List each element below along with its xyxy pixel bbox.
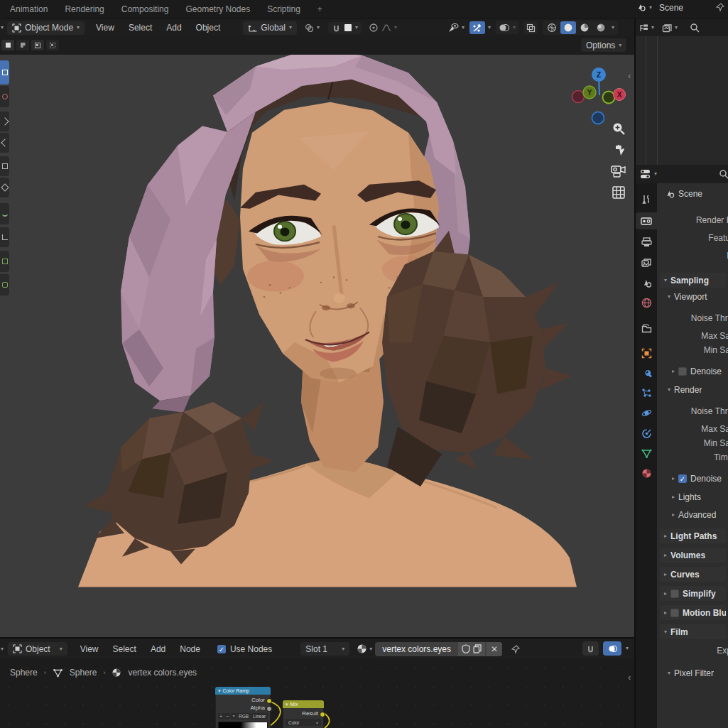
unlink-material-button[interactable]: ✕ bbox=[487, 642, 502, 656]
menu-view[interactable]: View bbox=[89, 23, 121, 33]
render-denoise-row[interactable]: ▸ ✓ Denoise bbox=[672, 474, 728, 484]
snap-toggle[interactable] bbox=[582, 641, 599, 656]
chevron-down-icon[interactable]: ▾ bbox=[675, 25, 678, 31]
pivot-point-dropdown[interactable]: ▾ bbox=[304, 23, 320, 33]
node-color-ramp[interactable]: ▾ Color Ramp Color Alpha + − ▾ RGB Linea… bbox=[215, 687, 271, 728]
tab-collection[interactable] bbox=[637, 320, 656, 337]
tab-scene[interactable] bbox=[637, 274, 656, 291]
options-dropdown[interactable]: Options ▾ bbox=[581, 38, 626, 52]
shading-material-button[interactable] bbox=[577, 21, 592, 34]
motion-blur-checkbox[interactable] bbox=[670, 609, 679, 617]
menu-add[interactable]: Add bbox=[159, 23, 188, 33]
menu-add[interactable]: Add bbox=[143, 644, 173, 654]
tab-tool[interactable] bbox=[637, 190, 656, 207]
workspace-tab-geometry-nodes[interactable]: Geometry Nodes bbox=[177, 1, 259, 17]
menu-select[interactable]: Select bbox=[121, 23, 159, 33]
proportional-editing-icon[interactable] bbox=[369, 23, 379, 33]
transform-orientation-dropdown[interactable]: Global ▾ bbox=[243, 21, 297, 35]
panel-sampling[interactable]: ▾ Sampling bbox=[660, 273, 726, 288]
chevron-down-icon[interactable]: ▾ bbox=[651, 25, 654, 31]
subpanel-render[interactable]: ▾ Render bbox=[668, 385, 702, 395]
magnet-icon[interactable] bbox=[332, 23, 341, 33]
node-mix[interactable]: ▾ Mix Result Color ▾ bbox=[283, 700, 324, 728]
workspace-tab-scripting[interactable]: Scripting bbox=[259, 1, 309, 17]
subpanel-pixel-filter[interactable]: ▾ Pixel Filter bbox=[668, 668, 714, 678]
scene-selector[interactable]: ▾ Scene bbox=[636, 2, 683, 13]
node-header[interactable]: ▾ Mix bbox=[283, 700, 324, 708]
select-mode-new-button[interactable] bbox=[1, 40, 14, 50]
menu-object[interactable]: Object bbox=[189, 23, 228, 33]
panel-curves[interactable]: ▸ Curves bbox=[660, 567, 726, 582]
material-name-field[interactable]: vertex colors.eyes bbox=[375, 644, 458, 654]
panel-motion-blur[interactable]: ▸ Motion Blur bbox=[660, 605, 726, 620]
output-socket-result[interactable] bbox=[320, 712, 325, 717]
node-canvas[interactable]: Sphere › Sphere › vertex colors.eyes ‹ ▾… bbox=[0, 659, 634, 728]
subpanel-lights[interactable]: ▸ Lights bbox=[672, 492, 701, 502]
mix-data-type-dropdown[interactable]: Color ▾ bbox=[286, 719, 321, 726]
shading-wireframe-button[interactable] bbox=[544, 21, 560, 34]
display-mode-icon[interactable] bbox=[639, 23, 649, 33]
tab-render[interactable] bbox=[636, 212, 657, 229]
add-workspace-button[interactable]: + bbox=[309, 1, 331, 17]
add-stop-button[interactable]: + bbox=[218, 713, 224, 719]
chevron-down-icon[interactable]: ▾ bbox=[626, 646, 629, 651]
chevron-down-icon[interactable]: ▾ bbox=[394, 25, 397, 31]
sidebar-collapse-arrow-icon[interactable]: ‹ bbox=[628, 70, 631, 81]
chevron-down-icon[interactable]: ▾ bbox=[513, 25, 516, 31]
editor-type-chevron-icon[interactable]: ▾ bbox=[1, 646, 4, 652]
workspace-tab-rendering[interactable]: Rendering bbox=[56, 1, 112, 17]
tab-world[interactable] bbox=[637, 294, 656, 311]
menu-select[interactable]: Select bbox=[106, 644, 143, 654]
tab-modifiers[interactable] bbox=[637, 364, 656, 381]
pan-control[interactable] bbox=[612, 143, 626, 157]
tab-particles[interactable] bbox=[637, 384, 656, 401]
pin-icon[interactable] bbox=[511, 644, 521, 654]
tab-output[interactable] bbox=[637, 234, 656, 251]
orthographic-toggle-control[interactable] bbox=[612, 185, 626, 200]
subpanel-advanced[interactable]: ▸ Advanced bbox=[672, 510, 716, 520]
shading-rendered-button[interactable] bbox=[593, 21, 609, 34]
tool-move[interactable] bbox=[0, 112, 9, 131]
zoom-control[interactable] bbox=[612, 121, 626, 136]
tool-cursor[interactable] bbox=[0, 86, 9, 107]
select-mode-invert-button[interactable] bbox=[46, 40, 59, 50]
snap-target-icon[interactable] bbox=[344, 24, 352, 31]
interpolation-mode[interactable]: Linear bbox=[251, 713, 268, 719]
viewport-3d[interactable]: Y X Z ‹ bbox=[0, 55, 634, 637]
node-header[interactable]: ▾ Color Ramp bbox=[215, 687, 271, 695]
viewport-denoise-row[interactable]: ▸ Denoise bbox=[672, 366, 728, 376]
shader-mode-dropdown[interactable]: Object ▾ bbox=[8, 642, 67, 656]
remove-stop-button[interactable]: − bbox=[224, 713, 230, 719]
output-socket-alpha[interactable] bbox=[266, 706, 272, 712]
duplicate-material-icon[interactable] bbox=[473, 644, 482, 653]
menu-view[interactable]: View bbox=[73, 644, 106, 654]
tool-transform[interactable] bbox=[0, 178, 9, 197]
tab-constraints[interactable] bbox=[637, 425, 656, 442]
chevron-down-icon[interactable]: ▾ bbox=[488, 25, 491, 31]
select-mode-subtract-button[interactable] bbox=[31, 40, 44, 50]
overlay-toggle-active[interactable] bbox=[603, 641, 621, 656]
tab-view-layer[interactable] bbox=[637, 254, 656, 271]
workspace-tab-animation[interactable]: Animation bbox=[1, 1, 56, 17]
panel-film[interactable]: ▾ Film bbox=[660, 624, 726, 639]
panel-light-paths[interactable]: ▸ Light Paths bbox=[660, 528, 726, 543]
panel-volumes[interactable]: ▸ Volumes bbox=[660, 548, 726, 563]
shading-solid-button[interactable] bbox=[560, 21, 576, 34]
tab-object-data[interactable] bbox=[637, 445, 656, 462]
tab-physics[interactable] bbox=[637, 404, 656, 421]
tool-scale[interactable] bbox=[0, 156, 9, 176]
subpanel-viewport[interactable]: ▾ Viewport bbox=[668, 292, 707, 302]
tool-rotate[interactable] bbox=[0, 133, 9, 153]
menu-node[interactable]: Node bbox=[173, 644, 207, 654]
chevron-down-icon[interactable]: ▾ bbox=[355, 25, 358, 31]
interpolation-color-mode[interactable]: RGB bbox=[237, 713, 250, 719]
tool-measure[interactable] bbox=[0, 227, 9, 247]
show-gizmo-toggle[interactable] bbox=[469, 21, 485, 34]
select-mode-extend-button[interactable] bbox=[16, 40, 29, 50]
denoise-checkbox[interactable] bbox=[678, 367, 687, 376]
tab-object[interactable] bbox=[637, 344, 656, 362]
camera-view-control[interactable] bbox=[610, 164, 627, 178]
object-visibility-dropdown[interactable]: ▾ bbox=[447, 23, 464, 33]
mode-dropdown[interactable]: Object Mode ▾ bbox=[7, 21, 85, 35]
output-socket-color[interactable] bbox=[266, 698, 272, 704]
